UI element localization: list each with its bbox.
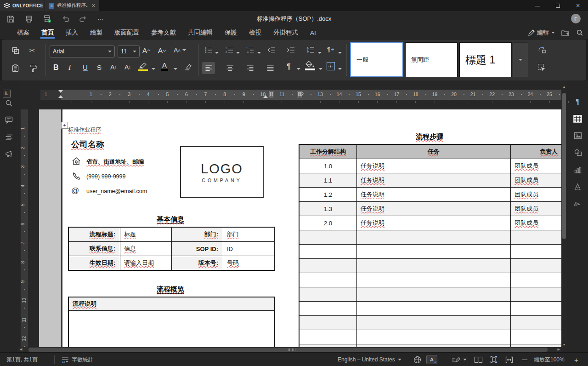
edit-mode-button[interactable]: 編輯	[528, 29, 555, 37]
decrease-font-size-button[interactable]: A	[158, 46, 166, 54]
table-cell[interactable]: 流程标题:	[69, 228, 120, 241]
table-cell[interactable]	[357, 245, 510, 258]
horizontal-scroll-thumb[interactable]	[28, 348, 548, 352]
tab-close-icon[interactable]: ✕	[91, 3, 96, 9]
font-size-select[interactable]: 11	[118, 46, 140, 57]
table-cell[interactable]: 任务说明	[357, 173, 510, 187]
company-address[interactable]: 省市、街道地址、邮编	[86, 158, 144, 166]
font-color-button[interactable]: A	[161, 62, 168, 71]
table-cell[interactable]: 1.1	[300, 173, 356, 187]
horizontal-scrollbar[interactable]: ◀ ▶	[18, 347, 561, 352]
bold-button[interactable]: B	[53, 63, 59, 72]
table-cell[interactable]	[511, 287, 561, 301]
table-cell[interactable]	[357, 287, 510, 301]
table-cell[interactable]	[357, 259, 510, 273]
replace-button[interactable]	[537, 46, 547, 54]
zoom-level[interactable]: 縮放至100%	[534, 353, 565, 366]
basic-info-table[interactable]: 流程标题:标题部门:部门联系信息:信息SOP ID:ID生效日期:请输入日期版本…	[68, 227, 275, 271]
bullet-list-button[interactable]	[205, 47, 213, 53]
chevron-down-icon[interactable]	[338, 52, 342, 54]
chevron-down-icon[interactable]	[174, 68, 177, 70]
table-cell[interactable]: 1.2	[300, 188, 356, 201]
comments-panel-icon[interactable]	[0, 114, 18, 126]
vertical-ruler[interactable]: 123456789101112	[21, 109, 28, 347]
align-center-button[interactable]	[223, 62, 236, 74]
table-cell[interactable]	[357, 230, 510, 244]
word-count-button[interactable]: 12 字數統計	[62, 353, 94, 366]
table-cell[interactable]: SOP ID:	[172, 242, 223, 256]
show-paragraph-marks-button[interactable]: ¶	[287, 63, 291, 71]
table-cell[interactable]: 生效日期:	[69, 256, 120, 270]
table-cell[interactable]: 任务说明	[357, 202, 510, 216]
table-cell[interactable]: 流程说明	[69, 297, 274, 310]
search-button[interactable]	[576, 29, 583, 36]
menu-tab-3[interactable]: 插入	[60, 26, 84, 39]
close-button[interactable]: ✕	[568, 0, 588, 11]
vertical-scroll-thumb[interactable]	[562, 93, 566, 239]
document-page[interactable]: + 标准作业程序 公司名称 省市、街道地址、邮编 (999) 999-9999 …	[39, 109, 561, 347]
tab-stop-selector[interactable]: L	[3, 90, 11, 97]
scroll-down-button[interactable]: ▼	[562, 342, 566, 347]
steps-title[interactable]: 流程步骤	[416, 132, 443, 141]
chevron-down-icon[interactable]	[236, 52, 240, 54]
select-all-button[interactable]	[537, 63, 546, 72]
table-cell[interactable]: 版本号:	[172, 256, 223, 270]
paragraph-settings-icon[interactable]: ¶	[567, 96, 588, 108]
spell-check-toggle[interactable]: A✓	[426, 353, 437, 366]
page-indicator[interactable]: 第1頁, 共1頁	[6, 353, 38, 366]
zoom-out-button[interactable]: —	[522, 353, 527, 366]
table-cell[interactable]: 部门	[223, 228, 274, 241]
style-card[interactable]: 標題 1	[459, 42, 512, 77]
justify-button[interactable]	[264, 62, 277, 74]
chevron-down-icon[interactable]	[338, 68, 342, 70]
menu-tab-4[interactable]: 繪製	[84, 26, 108, 39]
two-page-view-button[interactable]	[474, 353, 483, 366]
table-cell[interactable]: 任务说明	[357, 159, 510, 173]
table-move-handle[interactable]: +	[61, 122, 68, 129]
table-cell[interactable]: 信息	[120, 242, 171, 256]
horizontal-ruler[interactable]: 1 12345678910111213141516171819202122232…	[40, 90, 561, 100]
align-right-button[interactable]	[243, 62, 256, 74]
table-cell[interactable]: 号码	[223, 256, 274, 270]
increase-indent-button[interactable]	[287, 47, 295, 53]
fit-page-button[interactable]	[490, 353, 498, 366]
table-cell[interactable]: 定义任务或流程的目标	[69, 311, 274, 347]
style-gallery-expand-button[interactable]	[513, 42, 528, 77]
app-logo[interactable]: ONLYOFFICE	[0, 0, 45, 11]
table-cell[interactable]	[300, 302, 356, 315]
table-cell[interactable]	[511, 245, 561, 258]
increase-font-size-button[interactable]: A	[142, 46, 151, 54]
steps-header-cell[interactable]: 任务	[357, 145, 510, 159]
clear-formatting-button[interactable]	[184, 63, 192, 70]
minimize-button[interactable]: —	[527, 0, 548, 11]
chevron-down-icon[interactable]	[152, 68, 155, 70]
company-name[interactable]: 公司名称	[71, 139, 104, 150]
strikethrough-button[interactable]: S	[97, 63, 102, 71]
underline-button[interactable]: U	[83, 63, 88, 71]
track-changes-button[interactable]	[452, 353, 467, 366]
document-tab[interactable]: ≡ 标准操作程序... ✕	[45, 0, 99, 11]
table-cell[interactable]	[511, 302, 561, 315]
table-cell[interactable]	[511, 259, 561, 273]
language-selector[interactable]: English – United States	[338, 353, 401, 366]
fit-width-button[interactable]	[505, 353, 513, 366]
table-cell[interactable]	[357, 316, 510, 330]
table-cell[interactable]: 标题	[120, 228, 171, 241]
change-case-button[interactable]: Aᴀ	[174, 46, 186, 54]
table-cell[interactable]	[300, 245, 356, 258]
table-cell[interactable]	[511, 330, 561, 344]
copy-button[interactable]	[12, 47, 19, 54]
menu-tab-9[interactable]: 檢視	[243, 26, 267, 39]
user-avatar[interactable]: F	[571, 14, 581, 23]
steps-table[interactable]: 工作分解结构任务负责人1.0任务说明团队成员1.1任务说明团队成员1.2任务说明…	[299, 144, 561, 347]
menu-tab-5[interactable]: 版面配置	[108, 26, 145, 39]
table-cell[interactable]: 部门:	[172, 228, 223, 241]
numbered-list-button[interactable]: 12	[226, 47, 233, 53]
set-language-button[interactable]	[413, 353, 421, 366]
align-left-button[interactable]	[202, 62, 215, 74]
table-cell[interactable]	[300, 230, 356, 244]
table-cell[interactable]: 团队成员	[511, 216, 561, 230]
subscript-button[interactable]: A1	[124, 63, 131, 71]
format-painter-button[interactable]	[29, 64, 37, 72]
image-settings-icon[interactable]	[567, 130, 588, 142]
